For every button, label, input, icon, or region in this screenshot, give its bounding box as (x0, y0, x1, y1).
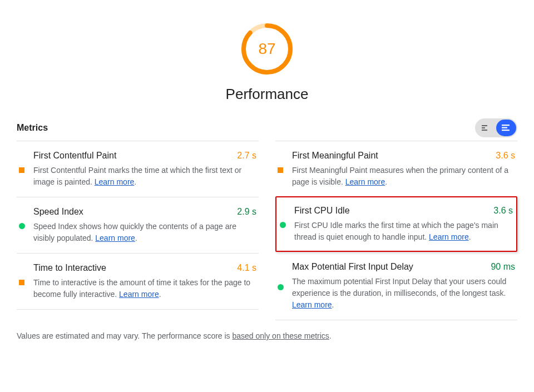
footnote-suffix: . (329, 331, 332, 340)
compact-view-icon (482, 125, 491, 131)
metric-name: First Meaningful Paint (292, 149, 378, 162)
metric-value: 90 ms (491, 260, 515, 274)
svg-rect-5 (502, 125, 510, 126)
footnote-prefix: Values are estimated and may vary. The p… (17, 331, 233, 340)
metric-item: First CPU Idle3.6 sFirst CPU Idle marks … (275, 196, 517, 252)
learn-more-link[interactable]: Learn more (292, 300, 332, 309)
metrics-column-right: First Meaningful Paint3.6 sFirst Meaning… (275, 141, 517, 320)
view-expanded-button[interactable] (496, 120, 516, 136)
metric-value: 3.6 s (493, 204, 513, 217)
metric-item: First Meaningful Paint3.6 sFirst Meaning… (275, 141, 517, 197)
metric-description: Time to interactive is the amount of tim… (33, 277, 256, 300)
metric-description: First Contentful Paint marks the time at… (33, 165, 256, 188)
footnote-link[interactable]: based only on these metrics (233, 331, 329, 340)
expanded-view-icon (502, 125, 511, 131)
status-average-icon (278, 149, 292, 188)
status-average-icon (19, 149, 33, 188)
metric-item: Max Potential First Input Delay90 msThe … (275, 252, 517, 320)
metric-name: Max Potential First Input Delay (292, 260, 413, 274)
view-toggle (475, 118, 517, 137)
svg-rect-2 (482, 125, 487, 126)
performance-title: Performance (226, 83, 309, 105)
svg-rect-7 (502, 130, 510, 131)
metric-description: Speed Index shows how quickly the conten… (33, 221, 256, 244)
metric-value: 2.7 s (237, 149, 256, 162)
status-good-icon (280, 204, 294, 243)
metric-description: First CPU Idle marks the first time at w… (294, 220, 513, 243)
svg-rect-3 (482, 127, 485, 128)
learn-more-link[interactable]: Learn more (429, 232, 469, 241)
metric-name: Time to Interactive (33, 261, 106, 275)
status-good-icon (278, 260, 292, 311)
metric-description: The maximum potential First Input Delay … (292, 276, 515, 311)
svg-rect-4 (482, 130, 487, 131)
learn-more-link[interactable]: Learn more (119, 290, 159, 299)
metric-value: 2.9 s (237, 205, 256, 219)
status-average-icon (19, 261, 33, 300)
metric-value: 4.1 s (237, 261, 256, 275)
metrics-footnote: Values are estimated and may vary. The p… (17, 330, 517, 342)
metric-name: First Contentful Paint (33, 149, 116, 162)
metric-name: Speed Index (33, 205, 83, 219)
metric-item: Speed Index2.9 sSpeed Index shows how qu… (17, 197, 259, 253)
view-compact-button[interactable] (476, 120, 496, 136)
status-good-icon (19, 205, 33, 244)
learn-more-link[interactable]: Learn more (95, 177, 135, 186)
metric-item: Time to Interactive4.1 sTime to interact… (17, 253, 259, 310)
performance-gauge: 87 Performance (17, 22, 517, 105)
learn-more-link[interactable]: Learn more (95, 234, 135, 242)
metrics-column-left: First Contentful Paint2.7 sFirst Content… (17, 141, 259, 320)
metric-item: First Contentful Paint2.7 sFirst Content… (17, 141, 259, 197)
metrics-heading: Metrics (17, 121, 48, 135)
metric-description: First Meaningful Paint measures when the… (292, 165, 515, 188)
learn-more-link[interactable]: Learn more (345, 177, 385, 186)
performance-score: 87 (240, 22, 294, 76)
metric-name: First CPU Idle (294, 204, 350, 217)
metric-value: 3.6 s (496, 149, 515, 162)
svg-rect-6 (502, 127, 507, 128)
